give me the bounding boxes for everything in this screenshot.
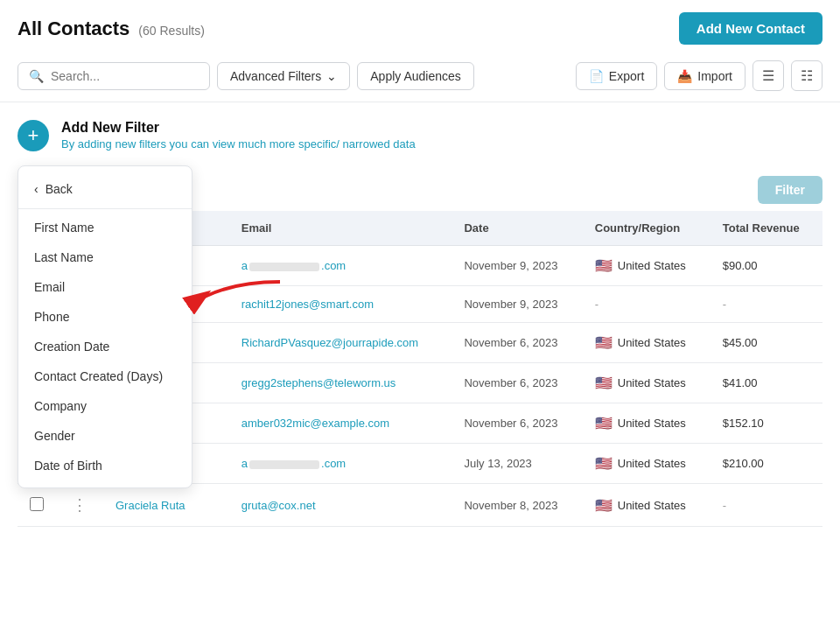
import-button[interactable]: 📥 Import bbox=[664, 62, 746, 90]
filter-option-date-of-birth[interactable]: Date of Birth bbox=[18, 451, 192, 480]
row-email-cell: gruta@cox.net bbox=[229, 484, 452, 527]
filter-banner-title: Add New Filter bbox=[61, 120, 416, 136]
email-link[interactable]: RichardPVasquez@jourrapide.com bbox=[242, 336, 418, 349]
row-date-cell: November 8, 2023 bbox=[452, 484, 582, 527]
filter-action-button[interactable]: Filter bbox=[758, 176, 822, 204]
dropdown-back-item[interactable]: ‹ Back bbox=[18, 173, 192, 205]
email-link[interactable]: a.com bbox=[242, 259, 346, 272]
filter-option-gender[interactable]: Gender bbox=[18, 421, 192, 451]
revenue-dash: - bbox=[723, 499, 726, 512]
main-area: + Add New Filter By adding new filters y… bbox=[0, 102, 840, 527]
chevron-down-icon: ⌄ bbox=[326, 69, 337, 83]
row-revenue-cell: $90.00 bbox=[710, 246, 822, 286]
row-email-cell: RichardPVasquez@jourrapide.com bbox=[229, 323, 452, 363]
row-revenue-cell: - bbox=[710, 286, 822, 323]
row-country-cell: 🇺🇸United States bbox=[583, 484, 710, 527]
row-revenue-cell: $45.00 bbox=[710, 323, 822, 363]
row-name-cell: Graciela Ruta bbox=[103, 484, 229, 527]
row-country-cell: - bbox=[583, 286, 710, 323]
filter-banner-text: Add New Filter By adding new filters you… bbox=[61, 120, 416, 151]
row-email-cell: gregg2stephens@teleworm.us bbox=[229, 363, 452, 403]
email-link[interactable]: a.com bbox=[242, 457, 346, 470]
apply-audiences-button[interactable]: Apply Audiences bbox=[357, 62, 474, 90]
flag-icon: 🇺🇸 bbox=[595, 375, 612, 391]
country-name: United States bbox=[618, 336, 686, 349]
add-filter-plus-button[interactable]: + bbox=[18, 120, 49, 151]
flag-icon: 🇺🇸 bbox=[595, 415, 612, 431]
country-name: United States bbox=[618, 417, 686, 430]
country-value: 🇺🇸United States bbox=[595, 497, 698, 514]
row-date-cell: November 9, 2023 bbox=[452, 286, 582, 323]
table-row: ⋮Graciela Rutagruta@cox.netNovember 8, 2… bbox=[18, 484, 822, 527]
row-country-cell: 🇺🇸United States bbox=[583, 323, 710, 363]
email-link[interactable]: rachit12jones@smart.com bbox=[242, 298, 374, 311]
advanced-filters-label: Advanced Filters bbox=[230, 69, 321, 83]
row-country-cell: 🇺🇸United States bbox=[583, 246, 710, 286]
row-revenue-cell: $41.00 bbox=[710, 363, 822, 403]
country-value: 🇺🇸United States bbox=[595, 257, 698, 274]
advanced-filters-button[interactable]: Advanced Filters ⌄ bbox=[217, 62, 350, 90]
row-date-cell: November 6, 2023 bbox=[452, 363, 582, 403]
filter-banner-description: By adding new filters you can view much … bbox=[61, 137, 416, 151]
filter-option-company[interactable]: Company bbox=[18, 391, 192, 421]
country-name: United States bbox=[618, 457, 686, 470]
filter-option-email[interactable]: Email bbox=[18, 272, 192, 302]
header-left: All Contacts (60 Results) bbox=[18, 18, 205, 40]
filter-option-creation-date[interactable]: Creation Date bbox=[18, 332, 192, 361]
export-icon: 📄 bbox=[589, 69, 604, 83]
row-checkbox-cell bbox=[18, 484, 56, 527]
dropdown-divider bbox=[18, 208, 192, 209]
revenue-dash: - bbox=[723, 298, 726, 311]
filter-option-first-name[interactable]: First Name bbox=[18, 213, 192, 242]
country-value: 🇺🇸United States bbox=[595, 375, 698, 391]
row-revenue-cell: - bbox=[710, 484, 822, 527]
row-email-cell: a.com bbox=[229, 444, 452, 484]
filter-dropdown-menu: ‹ Back First Name Last Name Email Phone … bbox=[18, 165, 192, 488]
page-header: All Contacts (60 Results) Add New Contac… bbox=[0, 0, 840, 53]
row-date-cell: November 6, 2023 bbox=[452, 323, 582, 363]
back-chevron-icon: ‹ bbox=[34, 182, 38, 196]
country-value: 🇺🇸United States bbox=[595, 415, 698, 431]
flag-icon: 🇺🇸 bbox=[595, 497, 612, 514]
flag-icon: 🇺🇸 bbox=[595, 334, 612, 351]
toolbar: 🔍 Advanced Filters ⌄ Apply Audiences 📄 E… bbox=[0, 53, 840, 102]
columns-icon-button[interactable]: ☷ bbox=[791, 60, 822, 91]
sort-icon-button[interactable]: ☰ bbox=[752, 60, 784, 91]
filter-option-contact-created-days[interactable]: Contact Created (Days) bbox=[18, 361, 192, 391]
row-dots-button[interactable]: ⋮ bbox=[68, 495, 91, 515]
row-revenue-cell: $152.10 bbox=[710, 403, 822, 444]
import-label: Import bbox=[697, 69, 732, 83]
country-value: 🇺🇸United States bbox=[595, 334, 698, 351]
row-email-cell: amber032mic@example.com bbox=[229, 403, 452, 444]
row-checkbox[interactable] bbox=[30, 497, 44, 511]
page-title: All Contacts bbox=[18, 18, 130, 40]
row-country-cell: 🇺🇸United States bbox=[583, 403, 710, 444]
search-input[interactable] bbox=[51, 69, 199, 83]
email-link[interactable]: gruta@cox.net bbox=[242, 499, 316, 512]
result-count: (60 Results) bbox=[138, 24, 204, 38]
row-date-cell: November 6, 2023 bbox=[452, 403, 582, 444]
email-link[interactable]: gregg2stephens@teleworm.us bbox=[242, 376, 396, 389]
flag-icon: 🇺🇸 bbox=[595, 455, 612, 472]
country-name: United States bbox=[618, 376, 686, 389]
filter-option-phone[interactable]: Phone bbox=[18, 302, 192, 332]
row-country-cell: 🇺🇸United States bbox=[583, 363, 710, 403]
country-name: United States bbox=[618, 259, 686, 272]
dropdown-back-label: Back bbox=[46, 182, 73, 196]
search-box[interactable]: 🔍 bbox=[18, 62, 210, 90]
country-dash: - bbox=[595, 298, 598, 311]
import-icon: 📥 bbox=[677, 69, 692, 83]
col-date: Date bbox=[452, 211, 582, 246]
country-name: United States bbox=[618, 499, 686, 512]
export-button[interactable]: 📄 Export bbox=[576, 62, 657, 90]
row-email-cell: a.com bbox=[229, 246, 452, 286]
flag-icon: 🇺🇸 bbox=[595, 257, 612, 274]
filter-option-last-name[interactable]: Last Name bbox=[18, 242, 192, 272]
row-dots-cell: ⋮ bbox=[56, 484, 103, 527]
email-link[interactable]: amber032mic@example.com bbox=[242, 417, 389, 430]
contact-name-link[interactable]: Graciela Ruta bbox=[116, 499, 185, 512]
country-value: 🇺🇸United States bbox=[595, 455, 698, 472]
row-country-cell: 🇺🇸United States bbox=[583, 444, 710, 484]
row-date-cell: November 9, 2023 bbox=[452, 246, 582, 286]
add-new-contact-button[interactable]: Add New Contact bbox=[679, 12, 822, 45]
